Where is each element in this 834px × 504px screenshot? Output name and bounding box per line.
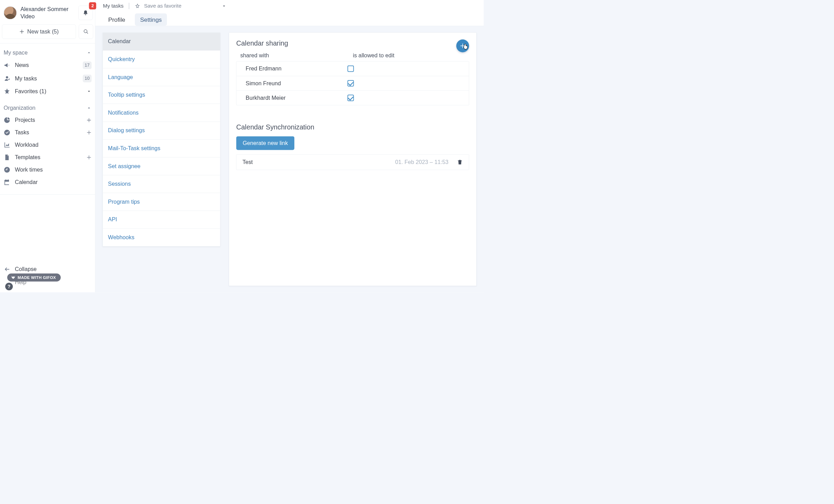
new-task-label: New task (5) (27, 28, 59, 35)
share-row: Fred Erdmann (236, 61, 469, 76)
chart-area-icon (3, 142, 10, 148)
sync-link-list: Test 01. Feb 2023 – 11:53 (236, 154, 469, 170)
sidebar: Alexander Sommer Video 2 New task (5) My… (0, 0, 95, 292)
notifications-button[interactable]: 2 (78, 6, 93, 20)
bell-icon (83, 10, 88, 16)
sync-link-row: Test 01. Feb 2023 – 11:53 (236, 155, 469, 170)
pie-icon (3, 117, 10, 124)
settings-nav-notifications[interactable]: Notifications (103, 104, 220, 122)
settings-nav-set-assignee[interactable]: Set assignee (103, 157, 220, 175)
sidebar-item-news[interactable]: News 17 (2, 59, 93, 72)
sidebar-item-work-times[interactable]: Work times (2, 164, 93, 176)
settings-nav-tooltip[interactable]: Tooltip settings (103, 86, 220, 104)
nav-header-my-space[interactable]: My space (2, 48, 93, 59)
breadcrumb: My tasks │ Save as favorite (103, 2, 478, 11)
document-icon (3, 154, 10, 161)
calendar-settings-panel: Calendar sharing shared with is allowed … (229, 32, 476, 286)
user-check-icon (3, 75, 10, 82)
sidebar-item-templates[interactable]: Templates (2, 151, 93, 164)
sidebar-item-my-tasks[interactable]: My tasks 10 (2, 72, 93, 85)
new-task-button[interactable]: New task (5) (2, 25, 76, 39)
settings-nav-sessions[interactable]: Sessions (103, 175, 220, 193)
settings-nav-dialog[interactable]: Dialog settings (103, 122, 220, 140)
user-sub: Video (20, 13, 75, 20)
nav-organization: Organization Projects Tasks Workload Tem… (0, 99, 95, 190)
chevron-up-icon (86, 50, 92, 55)
calendar-icon (3, 179, 10, 186)
share-row: Burkhardt Meier (236, 91, 469, 105)
topbar: My tasks │ Save as favorite Profile Sett… (95, 0, 484, 26)
settings-nav-webhooks[interactable]: Webhooks (103, 229, 220, 246)
col-shared-with: shared with (240, 52, 353, 59)
check-circle-icon (3, 129, 10, 136)
clock-icon (3, 166, 10, 173)
nav-my-space: My space News 17 My tasks 10 Favorites (… (0, 43, 95, 99)
collapse-icon (3, 266, 10, 273)
plus-icon (19, 29, 25, 34)
edit-checkbox[interactable] (348, 80, 354, 87)
badge: 17 (83, 61, 92, 69)
search-button[interactable] (79, 25, 93, 39)
crumb-root[interactable]: My tasks (103, 3, 123, 9)
nav-header-organization[interactable]: Organization (2, 103, 93, 114)
user-name: Alexander Sommer (20, 6, 75, 13)
share-name: Simon Freund (246, 80, 348, 87)
tabs: Profile Settings (103, 11, 478, 26)
sidebar-item-favorites[interactable]: Favorites (1) (2, 85, 93, 98)
settings-nav-program-tips[interactable]: Program tips (103, 193, 220, 211)
sidebar-item-workload[interactable]: Workload (2, 139, 93, 151)
sync-title: Calendar Synchronization (236, 123, 469, 131)
avatar[interactable] (3, 6, 17, 19)
megaphone-icon (3, 62, 10, 69)
settings-nav-quickentry[interactable]: Quickentry (103, 50, 220, 68)
plus-icon[interactable] (86, 117, 92, 123)
star-icon (3, 88, 10, 95)
link-name: Test (243, 159, 395, 166)
settings-nav-language[interactable]: Language (103, 68, 220, 86)
share-name: Burkhardt Meier (246, 95, 348, 101)
gifox-badge: MADE WITH GIFOX (7, 273, 61, 281)
plus-icon[interactable] (86, 155, 92, 160)
chevron-up-icon (86, 105, 92, 110)
share-table-header: shared with is allowed to edit (236, 52, 469, 61)
tab-settings[interactable]: Settings (135, 13, 167, 26)
link-date: 01. Feb 2023 – 11:53 (395, 159, 448, 166)
content: Calendar Quickentry Language Tooltip set… (95, 26, 484, 292)
badge: 10 (83, 75, 92, 82)
save-favorite-label[interactable]: Save as favorite (144, 3, 181, 9)
settings-nav: Calendar Quickentry Language Tooltip set… (103, 32, 220, 246)
notifications-badge: 2 (89, 2, 96, 9)
plus-icon[interactable] (86, 130, 92, 135)
col-allowed-edit: is allowed to edit (353, 52, 465, 59)
star-outline-icon[interactable] (135, 3, 140, 9)
edit-checkbox[interactable] (348, 95, 354, 101)
settings-nav-api[interactable]: API (103, 211, 220, 229)
help-bubble-icon[interactable]: ? (5, 283, 13, 290)
edit-checkbox[interactable] (348, 66, 354, 72)
user-info: Alexander Sommer Video (20, 6, 75, 20)
chevron-down-icon (86, 89, 92, 94)
sidebar-item-calendar[interactable]: Calendar (2, 176, 93, 188)
settings-nav-calendar[interactable]: Calendar (103, 33, 220, 51)
share-table: Fred Erdmann Simon Freund Burkhardt Meie… (236, 61, 469, 105)
chevron-down-icon[interactable] (221, 3, 227, 9)
crumb-separator: │ (127, 3, 131, 9)
sidebar-item-tasks[interactable]: Tasks (2, 126, 93, 139)
settings-nav-mail-to-task[interactable]: Mail-To-Task settings (103, 139, 220, 157)
search-icon (83, 29, 88, 34)
tab-profile[interactable]: Profile (103, 13, 130, 26)
trash-icon[interactable] (457, 159, 463, 165)
sharing-title: Calendar sharing (236, 39, 469, 47)
cursor-hand-icon (463, 44, 469, 50)
fox-icon (11, 275, 16, 280)
generate-link-button[interactable]: Generate new link (236, 136, 294, 150)
main: My tasks │ Save as favorite Profile Sett… (95, 0, 484, 292)
sidebar-item-projects[interactable]: Projects (2, 114, 93, 126)
share-name: Fred Erdmann (246, 66, 348, 72)
share-row: Simon Freund (236, 76, 469, 90)
